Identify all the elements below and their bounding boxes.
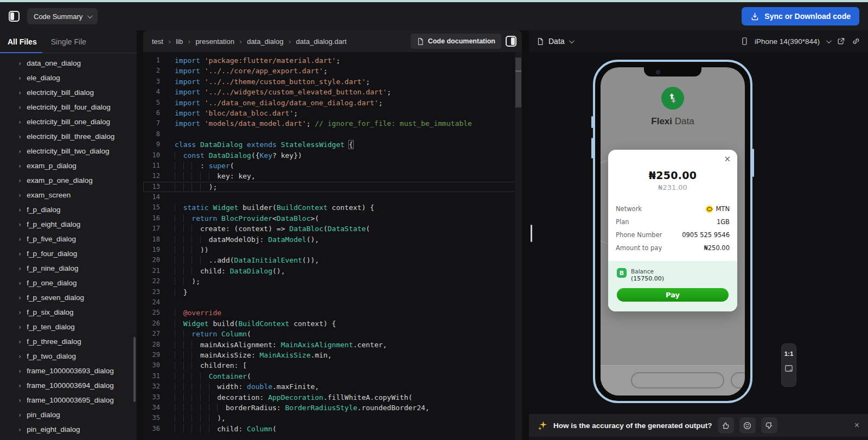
file-tree-item[interactable]: ›f_p_dialog bbox=[0, 202, 137, 217]
chevron-down-icon[interactable] bbox=[569, 38, 575, 43]
file-tree-item[interactable]: ›electricity_bill_four_dialog bbox=[0, 100, 137, 114]
file-tree-item[interactable]: ›exam_p_dialog bbox=[0, 158, 137, 173]
file-tree-item[interactable]: ›electricity_bill_one_dialog bbox=[0, 114, 137, 129]
device-selector[interactable]: iPhone 14(390*844) bbox=[755, 37, 820, 46]
code-documentation-button[interactable]: Code documentation bbox=[411, 34, 501, 49]
line-number: 10 bbox=[143, 150, 168, 161]
chevron-right-icon: › bbox=[18, 337, 21, 346]
breadcrumb-item[interactable]: data_dialog bbox=[247, 37, 283, 46]
code-line: 15 static Widget builder(BuildContext co… bbox=[143, 202, 522, 213]
breadcrumb-item[interactable]: test bbox=[152, 37, 163, 46]
file-name: exam_p_one_dialog bbox=[27, 176, 93, 184]
file-tree-item[interactable]: ›pin_eight_dialog bbox=[0, 422, 137, 437]
file-tree-item[interactable]: ›f_p_one_dialog bbox=[0, 276, 137, 290]
file-tree-item[interactable]: ›exam_screen bbox=[0, 188, 137, 202]
line-number: 1 bbox=[143, 55, 168, 66]
code-line: 23 } bbox=[143, 287, 522, 297]
bottom-strip bbox=[529, 437, 868, 440]
editor-scrollbar-thumb[interactable] bbox=[515, 58, 521, 107]
chevron-down-icon[interactable] bbox=[826, 38, 832, 43]
file-tree-item[interactable]: ›exam_p_one_dialog bbox=[0, 173, 137, 188]
dialog-detail-row: Phone Number0905 525 9546 bbox=[616, 228, 730, 241]
sync-download-label: Sync or Download code bbox=[764, 12, 851, 21]
page-selector[interactable]: Data bbox=[548, 37, 565, 46]
chevron-right-icon: › bbox=[18, 59, 21, 67]
code-line: 9class DataDialog extends StatelessWidge… bbox=[143, 139, 522, 150]
line-number: 34 bbox=[143, 403, 168, 413]
breadcrumb-item[interactable]: presentation bbox=[195, 37, 234, 46]
line-number: 22 bbox=[143, 276, 168, 286]
editor-scrollbar[interactable] bbox=[515, 52, 522, 440]
chevron-right-icon: › bbox=[18, 411, 21, 419]
file-tree-item[interactable]: ›frame_1000003693_dialog bbox=[0, 364, 137, 378]
file-name: electricity_bill_dialog bbox=[27, 88, 94, 97]
file-tree-item[interactable]: ›f_p_three_dialog bbox=[0, 334, 137, 349]
thumbs-down-icon bbox=[764, 421, 774, 430]
line-number: 18 bbox=[143, 234, 168, 245]
thumbs-down-button[interactable] bbox=[761, 417, 777, 433]
neutral-face-button[interactable] bbox=[739, 417, 756, 433]
link-icon[interactable] bbox=[852, 37, 860, 46]
breadcrumb-item[interactable]: data_dialog.dart bbox=[296, 37, 347, 46]
file-tree-item[interactable]: ›pin_dialog bbox=[0, 407, 137, 422]
fit-screen-icon[interactable] bbox=[784, 365, 793, 372]
file-tree-item[interactable]: ›f_p_seven_dialog bbox=[0, 290, 137, 305]
panel-divider bbox=[137, 30, 143, 440]
detail-label: Amount to pay bbox=[616, 244, 662, 252]
panel-divider bbox=[522, 30, 529, 440]
file-tree-item[interactable]: ›electricity_bill_three_dialog bbox=[0, 129, 137, 144]
close-icon[interactable]: × bbox=[724, 154, 731, 164]
sidebar-toggle-icon[interactable] bbox=[9, 11, 20, 22]
code-summary-dropdown[interactable]: Code Summary bbox=[27, 8, 98, 24]
sidebar-scrollbar[interactable] bbox=[133, 337, 136, 402]
chevron-right-icon: › bbox=[18, 425, 21, 433]
file-tree-item[interactable]: ›f_p_six_dialog bbox=[0, 305, 137, 320]
zoom-control: 1:1 bbox=[781, 343, 796, 387]
close-icon[interactable]: × bbox=[854, 420, 859, 430]
file-tree-item[interactable]: ›f_p_five_dialog bbox=[0, 232, 137, 246]
panel-toggle-icon[interactable] bbox=[506, 36, 516, 47]
line-number: 29 bbox=[143, 350, 168, 360]
file-tree-item[interactable]: ›electricity_bill_dialog bbox=[0, 85, 137, 100]
code-line: 28 mainAxisAlignment: MainAxisAlignment.… bbox=[143, 340, 522, 350]
preview-scrollbar[interactable] bbox=[531, 225, 532, 242]
chevron-right-icon: › bbox=[18, 264, 21, 272]
file-tree-item[interactable]: ›f_p_ten_dialog bbox=[0, 320, 137, 334]
sync-download-button[interactable]: Sync or Download code bbox=[742, 7, 859, 25]
line-number: 16 bbox=[143, 213, 168, 224]
code-line: 30 children: [ bbox=[143, 360, 522, 371]
code-line: 18 dataModelObj: DataModel(), bbox=[143, 234, 522, 245]
tab-single-file[interactable]: Single File bbox=[51, 30, 86, 53]
camera-icon bbox=[656, 70, 660, 74]
file-tree-item[interactable]: ›f_p_two_dialog bbox=[0, 349, 137, 364]
line-number: 28 bbox=[143, 340, 168, 350]
file-tree-item[interactable]: ›ele_dialog bbox=[0, 71, 137, 85]
zoom-ratio-label[interactable]: 1:1 bbox=[784, 350, 794, 357]
detail-label: Phone Number bbox=[616, 231, 662, 239]
breadcrumb-item[interactable]: lib bbox=[176, 37, 183, 46]
code-editor-panel: test›lib›presentation›data_dialog›data_d… bbox=[143, 30, 522, 440]
file-tree-item[interactable]: ›frame_1000003695_dialog bbox=[0, 393, 137, 407]
breadcrumb-separator: › bbox=[188, 37, 190, 46]
pay-button[interactable]: Pay bbox=[617, 288, 729, 302]
chevron-right-icon: › bbox=[18, 132, 21, 141]
code-area[interactable]: 1import 'package:flutter/material.dart';… bbox=[143, 52, 522, 440]
chevron-right-icon: › bbox=[18, 294, 21, 302]
file-name: electricity_bill_three_dialog bbox=[27, 132, 114, 141]
open-external-icon[interactable] bbox=[837, 37, 845, 46]
file-tree-item[interactable]: ›f_p_eight_dialog bbox=[0, 217, 137, 232]
file-tree-item[interactable]: ›electricity_bill_two_dialog bbox=[0, 144, 137, 158]
chevron-right-icon: › bbox=[18, 235, 21, 243]
tab-all-files[interactable]: All Files bbox=[8, 30, 37, 53]
file-tree-item[interactable]: ›frame_1000003694_dialog bbox=[0, 378, 137, 393]
phone-screen: Flexi Data × ₦250.00 ₦231.00 NetworkMTNP… bbox=[601, 67, 745, 396]
file-tree-item[interactable]: ›data_one_dialog bbox=[0, 56, 137, 71]
chevron-right-icon: › bbox=[18, 396, 21, 404]
detail-value: 1GB bbox=[717, 218, 730, 226]
code-line: 26 Widget build(BuildContext context) { bbox=[143, 318, 522, 329]
file-tree-item[interactable]: ›f_p_four_dialog bbox=[0, 246, 137, 261]
dimmed-button-outline bbox=[731, 372, 745, 388]
screen-bottom-band bbox=[601, 365, 745, 396]
thumbs-up-button[interactable] bbox=[718, 417, 734, 433]
file-tree-item[interactable]: ›f_p_nine_dialog bbox=[0, 261, 137, 276]
